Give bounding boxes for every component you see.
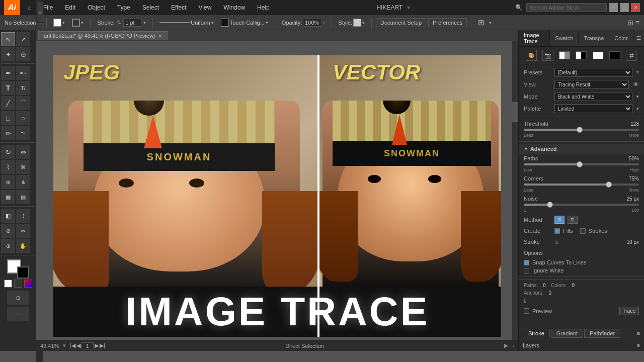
none-icon[interactable] (4, 280, 12, 288)
menu-effect[interactable]: Effect (167, 4, 190, 11)
silhouette-icon[interactable] (609, 51, 620, 59)
dropdown-arrow[interactable]: ▾ (407, 4, 410, 11)
reflect-tool[interactable]: ⇔ (16, 145, 30, 159)
hand-tool[interactable]: ✋ (16, 239, 30, 253)
blend-tool[interactable]: ∞ (16, 224, 30, 238)
puppet-warp-tool[interactable]: ⋔ (16, 175, 30, 189)
threshold-thumb[interactable] (577, 127, 583, 133)
corners-thumb[interactable] (606, 182, 612, 188)
more-tools[interactable]: ··· (7, 307, 29, 321)
black-white-icon[interactable] (576, 51, 587, 59)
mesh-tool[interactable]: ⊹ (16, 209, 30, 223)
free-transform-tool[interactable]: ⊞ (1, 175, 15, 189)
document-tab[interactable]: untitled2a.ai* @ 49.41% (RGB/GPU Preview… (38, 31, 168, 40)
method-btn-2[interactable]: ⊟ (568, 216, 578, 224)
corners-slider[interactable] (524, 184, 639, 186)
menu-view[interactable]: View (195, 4, 216, 11)
play-icon[interactable]: ▶ (504, 342, 508, 349)
swatch-tab[interactable]: Swatch (550, 33, 579, 43)
snap-curves-checkbox[interactable] (524, 260, 529, 265)
canvas-scrollbar-v[interactable] (512, 41, 518, 345)
ellipse-tool[interactable]: ○ (16, 111, 30, 125)
presets-menu[interactable]: ≡ (636, 70, 639, 75)
stroke-unit-dropdown[interactable]: ▾ (143, 20, 146, 25)
minimize-button[interactable]: ─ (609, 3, 618, 12)
gradient-icon[interactable] (24, 280, 32, 288)
rotate-tool[interactable]: ↻ (1, 145, 15, 159)
line-tool[interactable]: ╱ (1, 96, 15, 110)
trace-button[interactable]: Trace (619, 307, 639, 315)
next-artboard[interactable]: ▶ (95, 342, 99, 349)
method-btn-1[interactable]: ⊞ (554, 216, 565, 224)
maximize-button[interactable]: □ (620, 3, 629, 12)
fill-color-item[interactable]: ▾ (51, 17, 67, 28)
stroke-tab-bottom[interactable]: Stroke (523, 329, 550, 337)
scroll-thumb-v[interactable] (512, 102, 518, 122)
mode-dropdown[interactable]: ▾ (636, 94, 639, 99)
color-tab[interactable]: Color (609, 33, 633, 43)
home-icon[interactable]: ⌂ (24, 2, 35, 13)
arc-tool[interactable]: ⌒ (16, 96, 30, 110)
layers-label[interactable]: Layers (523, 342, 539, 348)
last-artboard[interactable]: ▶| (100, 342, 105, 349)
bottom-panel-menu[interactable]: ≡ (637, 330, 640, 336)
ignore-white-checkbox[interactable] (524, 268, 529, 274)
pen-sub-tool[interactable]: ✒+ (16, 66, 30, 80)
mode-select[interactable]: Black and White (554, 92, 632, 101)
menu-edit[interactable]: Edit (61, 4, 79, 11)
brush-type-item[interactable]: Touch Callig... ▾ (218, 17, 271, 28)
back-artboard[interactable]: ◀ (76, 342, 80, 349)
pen-tool[interactable]: ✒ (1, 66, 15, 80)
stroke-arrows[interactable]: ⇅ (117, 19, 121, 26)
opacity-input[interactable] (303, 19, 322, 27)
smooth-tool[interactable]: 〜 (16, 126, 30, 140)
auto-color-icon[interactable]: 🎨 (526, 50, 537, 61)
noise-slider[interactable] (524, 204, 639, 206)
threshold-slider[interactable] (524, 129, 639, 131)
color-icon[interactable] (14, 280, 22, 288)
doc-setup-button[interactable]: Document Setup (376, 18, 426, 27)
grayscale-icon[interactable] (559, 51, 570, 59)
close-button[interactable]: ✕ (631, 3, 640, 12)
info-icon[interactable]: ℹ (524, 298, 526, 304)
preview-checkbox[interactable] (524, 308, 529, 314)
style-dropdown[interactable]: ▾ (362, 20, 365, 25)
artboard-number[interactable] (82, 342, 94, 349)
menu-help[interactable]: Help (253, 4, 274, 11)
outline-icon[interactable] (593, 51, 604, 59)
stock-search-input[interactable] (526, 3, 607, 12)
menu-type[interactable]: Type (113, 4, 134, 11)
photo-icon[interactable]: 📷 (542, 50, 553, 61)
stroke-swatch[interactable] (72, 19, 80, 27)
menu-window[interactable]: Window (219, 4, 249, 11)
bar-graph-tool[interactable]: ▤ (16, 190, 30, 204)
stroke-link-icon[interactable]: ⊙ (554, 239, 558, 245)
rect-tool[interactable]: □ (1, 111, 15, 125)
zoom-dropdown[interactable]: ▾ (63, 342, 66, 349)
panel-menu-icon[interactable]: ≡ (633, 34, 644, 43)
type-sub-tool[interactable]: T/ (16, 81, 30, 95)
pathfinder-tab-bottom[interactable]: Pathfinder (584, 329, 620, 338)
selection-tool[interactable]: ↖ (1, 32, 15, 46)
brush-dropdown[interactable]: ▾ (266, 20, 268, 25)
brush-uniform-item[interactable]: Uniform ▾ (157, 17, 216, 28)
noise-thumb[interactable] (547, 202, 553, 208)
lasso-tool[interactable]: ⊙ (16, 47, 30, 61)
type-tool[interactable]: T (1, 81, 15, 95)
symbol-tool[interactable]: ⊡ (7, 291, 29, 305)
eyedropper-tool[interactable]: ⊘ (1, 224, 15, 238)
gradient-tab-bottom[interactable]: Gradient (551, 329, 583, 338)
palette-select[interactable]: Limited (554, 104, 632, 113)
arrange-icon[interactable]: ⊞ (475, 17, 487, 28)
fills-checkbox[interactable] (554, 228, 560, 234)
stroke-color-item[interactable]: ▾ (69, 17, 86, 28)
panel-icons[interactable]: ⊞ ≡ (625, 17, 642, 28)
style-swatch[interactable] (353, 19, 361, 27)
fill-swatch[interactable] (53, 19, 61, 27)
opacity-more[interactable]: › (323, 20, 325, 25)
reshape-tool[interactable]: ⌘ (16, 160, 30, 174)
prev-artboard[interactable]: |◀ (70, 342, 75, 349)
direct-selection-tool[interactable]: ↗ (16, 32, 30, 46)
fill-dropdown[interactable]: ▾ (62, 20, 65, 25)
column-graph-tool[interactable]: ▦ (1, 190, 15, 204)
